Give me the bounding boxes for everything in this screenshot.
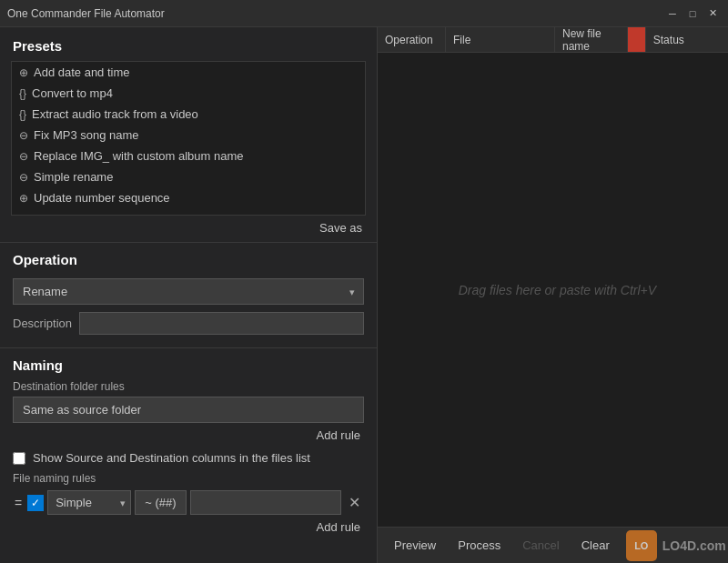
- title-bar: One Commander File Automator ─ □ ✕: [0, 0, 728, 27]
- save-as-row: Save as: [0, 216, 377, 236]
- naming-type-dropdown-wrapper: SimpleAdvancedRegex ▾: [47, 490, 131, 515]
- bottom-bar: Preview Process Cancel Clear LO LO4D.com: [378, 527, 728, 563]
- list-item[interactable]: ⊖Simple rename: [12, 166, 365, 187]
- window-controls: ─ □ ✕: [664, 5, 721, 22]
- cancel-button[interactable]: Cancel: [517, 535, 564, 556]
- table-header: Operation File New file name Status: [378, 27, 728, 53]
- naming-title: Naming: [13, 357, 364, 380]
- process-button[interactable]: Process: [452, 535, 506, 556]
- list-item[interactable]: ⊖Web-friendly name: [12, 208, 365, 216]
- preset-icon: {}: [19, 87, 26, 100]
- drop-text: Drag files here or paste with Ctrl+V: [459, 283, 656, 297]
- show-columns-checkbox[interactable]: [13, 452, 25, 465]
- save-as-button[interactable]: Save as: [316, 219, 366, 236]
- add-rule-row-2: Add rule: [13, 518, 364, 536]
- operation-dropdown-wrapper: RenameCopyMoveConvert ▾: [13, 278, 364, 305]
- maximize-button[interactable]: □: [684, 5, 701, 22]
- app-title: One Commander File Automator: [7, 7, 165, 20]
- naming-tag: ~ (##): [135, 490, 186, 515]
- operation-title: Operation: [13, 252, 364, 273]
- preset-icon: ⊖: [19, 171, 28, 184]
- dest-folder-label: Destination folder rules: [13, 380, 364, 393]
- preview-button[interactable]: Preview: [389, 535, 441, 556]
- add-rule-button-2[interactable]: Add rule: [313, 518, 364, 536]
- list-item[interactable]: ⊕Update number sequence: [12, 187, 365, 208]
- show-columns-label: Show Source and Destination columns in t…: [33, 451, 310, 465]
- file-naming-label: File naming rules: [13, 472, 364, 485]
- naming-type-select[interactable]: SimpleAdvancedRegex: [47, 490, 131, 515]
- preset-icon: ⊖: [19, 129, 28, 142]
- list-item[interactable]: {}Convert to mp4: [12, 83, 365, 104]
- operation-section: Operation RenameCopyMoveConvert ▾ Descri…: [0, 248, 377, 342]
- naming-section: Naming Destination folder rules Add rule…: [0, 354, 377, 543]
- presets-title: Presets: [0, 27, 377, 61]
- clear-naming-button[interactable]: ✕: [345, 494, 364, 511]
- preset-icon: ⊕: [19, 66, 28, 79]
- description-row: Description: [13, 312, 364, 335]
- left-panel: Presets ⊕Add date and time{}Convert to m…: [0, 27, 378, 563]
- operation-dropdown-row: RenameCopyMoveConvert ▾: [13, 278, 364, 305]
- col-dot: [628, 27, 646, 52]
- col-operation: Operation: [378, 27, 446, 52]
- equals-icon: =: [13, 496, 24, 510]
- list-item[interactable]: ⊖Replace IMG_ with custom album name: [12, 146, 365, 166]
- clear-button[interactable]: Clear: [576, 535, 615, 556]
- col-new-file: New file name: [555, 27, 628, 52]
- show-columns-row: Show Source and Destination columns in t…: [13, 451, 364, 465]
- close-button[interactable]: ✕: [704, 5, 721, 22]
- drop-area[interactable]: Drag files here or paste with Ctrl+V: [378, 53, 728, 527]
- main-container: Presets ⊕Add date and time{}Convert to m…: [0, 27, 728, 563]
- right-panel-wrapper: Operation File New file name Status Drag…: [378, 27, 728, 563]
- dest-folder-input[interactable]: [13, 397, 364, 423]
- presets-list: ⊕Add date and time{}Convert to mp4{}Extr…: [11, 61, 366, 216]
- add-rule-button-1[interactable]: Add rule: [313, 427, 364, 444]
- right-panel: Operation File New file name Status Drag…: [378, 27, 728, 527]
- operation-select[interactable]: RenameCopyMoveConvert: [13, 278, 364, 305]
- naming-text-input[interactable]: [190, 490, 341, 515]
- list-item[interactable]: ⊖Fix MP3 song name: [12, 125, 365, 146]
- watermark-logo: LO: [626, 530, 657, 561]
- description-label: Description: [13, 317, 72, 330]
- preset-icon: ⊕: [19, 192, 28, 205]
- description-input[interactable]: [79, 312, 364, 335]
- watermark: LO LO4D.com: [626, 530, 726, 561]
- watermark-text: LO4D.com: [662, 538, 726, 553]
- minimize-button[interactable]: ─: [664, 5, 681, 22]
- col-status: Status: [646, 27, 728, 52]
- col-file: File: [446, 27, 555, 52]
- divider-1: [0, 242, 377, 243]
- preset-icon: ⊖: [19, 150, 28, 163]
- file-naming-row: = ✓ SimpleAdvancedRegex ▾ ~ (##) ✕: [13, 490, 364, 515]
- preset-icon: {}: [19, 108, 26, 121]
- list-item[interactable]: {}Extract audio track from a video: [12, 104, 365, 125]
- list-item[interactable]: ⊕Add date and time: [12, 62, 365, 83]
- add-rule-row-1: Add rule: [13, 427, 364, 444]
- divider-2: [0, 347, 377, 348]
- enabled-checkbox[interactable]: ✓: [27, 495, 44, 511]
